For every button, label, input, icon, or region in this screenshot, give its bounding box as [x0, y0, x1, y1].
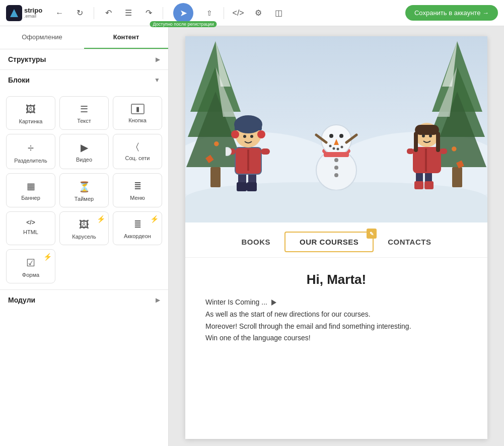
- svg-point-41: [337, 148, 339, 151]
- sidebar: Оформление Контент Структуры ▶ Блоки ▼ 🖼…: [0, 26, 169, 446]
- blocks-title: Блоки: [8, 76, 30, 84]
- structures-arrow-icon: ▶: [156, 56, 160, 63]
- blocks-grid: 🖼 Картинка ☰ Текст ▮ Кнопка ÷ Разделител…: [0, 90, 168, 289]
- svg-point-61: [429, 134, 432, 137]
- svg-rect-35: [324, 152, 349, 157]
- svg-rect-15: [237, 182, 247, 191]
- svg-rect-54: [407, 148, 414, 154]
- block-button[interactable]: ▮ Кнопка: [113, 96, 162, 130]
- block-carousel-label: Карусель: [72, 234, 96, 240]
- line3: Moreover! Scroll through the email and f…: [205, 322, 411, 330]
- email-canvas: ● ◆ ● ◆: [185, 36, 487, 439]
- nav-books[interactable]: BOOKS: [228, 233, 285, 251]
- html-icon: </>: [26, 219, 35, 226]
- character-left: [226, 114, 271, 195]
- menu-icon: ≣: [134, 181, 141, 192]
- divider-icon: ÷: [28, 141, 34, 155]
- modules-section[interactable]: Модули ▶: [0, 289, 168, 310]
- redo-button[interactable]: ↷: [140, 5, 157, 21]
- block-banner[interactable]: ▦ Баннер: [6, 173, 55, 207]
- email-greeting: Hi, Marta!: [205, 272, 467, 287]
- mobile-button[interactable]: ◫: [270, 5, 286, 21]
- svg-rect-27: [235, 123, 262, 130]
- undo-button[interactable]: ↶: [100, 5, 116, 21]
- block-button-label: Кнопка: [128, 117, 147, 123]
- block-carousel[interactable]: ⚡ 🖼 Карусель: [59, 211, 109, 245]
- banner-icon: ▦: [27, 181, 35, 192]
- main-layout: Оформление Контент Структуры ▶ Блоки ▼ 🖼…: [0, 26, 504, 446]
- svg-rect-58: [414, 132, 418, 152]
- svg-point-60: [422, 134, 425, 137]
- logo-name: stripo: [24, 7, 42, 14]
- image-icon: 🖼: [26, 104, 36, 115]
- separator2: [163, 7, 163, 19]
- tab-content[interactable]: Контент: [84, 26, 168, 49]
- accordion-icon: ≣: [134, 219, 141, 230]
- svg-point-24: [226, 147, 232, 156]
- form-badge-icon: ⚡: [43, 253, 52, 261]
- block-timer[interactable]: ⏳ Таймер: [59, 173, 109, 207]
- svg-rect-55: [440, 148, 447, 154]
- block-banner-label: Баннер: [21, 195, 40, 201]
- history-button[interactable]: ☰: [120, 5, 136, 21]
- svg-point-43: [334, 158, 338, 162]
- tab-design[interactable]: Оформление: [0, 26, 84, 49]
- refresh-button[interactable]: ↻: [71, 5, 88, 21]
- block-video-label: Видео: [76, 157, 92, 163]
- svg-point-39: [329, 145, 332, 147]
- svg-marker-0: [10, 9, 18, 17]
- svg-point-36: [329, 134, 333, 138]
- block-social[interactable]: 〈 Соц. сети: [113, 134, 162, 169]
- modules-title: Модули: [8, 296, 35, 304]
- block-accordion-label: Аккордеон: [124, 233, 151, 239]
- svg-rect-50: [414, 181, 423, 189]
- form-icon: ☑: [26, 257, 35, 269]
- svg-point-44: [334, 166, 338, 170]
- block-divider-label: Разделитель: [14, 158, 47, 164]
- edit-nav-icon: ✎: [367, 229, 377, 239]
- settings-button[interactable]: ⚙: [250, 5, 266, 21]
- send-button[interactable]: ➤: [173, 3, 193, 23]
- send-btn-wrapper: ➤ Доступно после регистрации: [173, 3, 193, 23]
- svg-point-42: [341, 146, 343, 148]
- block-form[interactable]: ⚡ ☑ Форма: [6, 249, 55, 283]
- separator: [94, 7, 94, 19]
- block-html-label: HTML: [23, 229, 38, 235]
- email-content: Hi, Marta! Winter Is Coming ... As well …: [185, 258, 487, 354]
- nav-courses[interactable]: OUR COURSES ✎: [284, 232, 374, 252]
- block-menu-label: Меню: [130, 195, 145, 201]
- svg-point-31: [250, 135, 253, 138]
- line4: Win one of the language courses!: [205, 334, 311, 342]
- block-form-label: Форма: [22, 272, 39, 278]
- carousel-icon: 🖼: [79, 219, 89, 231]
- blocks-arrow-icon: ▼: [154, 77, 160, 84]
- sidebar-tabs: Оформление Контент: [0, 26, 168, 49]
- svg-point-30: [243, 135, 246, 138]
- svg-rect-1: [210, 167, 221, 187]
- share-button[interactable]: ⇧: [201, 5, 218, 21]
- block-text[interactable]: ☰ Текст: [59, 96, 109, 130]
- svg-rect-20: [247, 150, 249, 171]
- blocks-section-header[interactable]: Блоки ▼: [0, 70, 168, 90]
- block-accordion[interactable]: ⚡ ≣ Аккордеон: [113, 211, 162, 245]
- block-video[interactable]: ▶ Видео: [59, 134, 109, 169]
- separator3: [224, 7, 224, 19]
- code-button[interactable]: </>: [230, 5, 246, 21]
- block-menu[interactable]: ≣ Меню: [113, 173, 162, 207]
- svg-rect-22: [261, 148, 270, 155]
- canvas-area[interactable]: ● ◆ ● ◆: [169, 26, 504, 446]
- text-icon: ☰: [80, 104, 88, 115]
- logo-sub: .email: [24, 14, 42, 19]
- svg-point-40: [333, 147, 335, 150]
- nav-contacts[interactable]: CONTACTS: [374, 233, 445, 251]
- svg-point-45: [334, 173, 338, 177]
- back-button[interactable]: ←: [51, 5, 67, 21]
- block-image[interactable]: 🖼 Картинка: [6, 96, 55, 130]
- save-button[interactable]: Сохранить в аккаунте →: [405, 5, 498, 21]
- block-html[interactable]: </> HTML: [6, 211, 55, 245]
- line2: As well as the start of new directions f…: [205, 310, 371, 318]
- svg-rect-59: [436, 132, 440, 152]
- cursor-icon: [271, 300, 276, 306]
- structures-section[interactable]: Структуры ▶: [0, 49, 168, 69]
- block-divider[interactable]: ÷ Разделитель: [6, 134, 55, 169]
